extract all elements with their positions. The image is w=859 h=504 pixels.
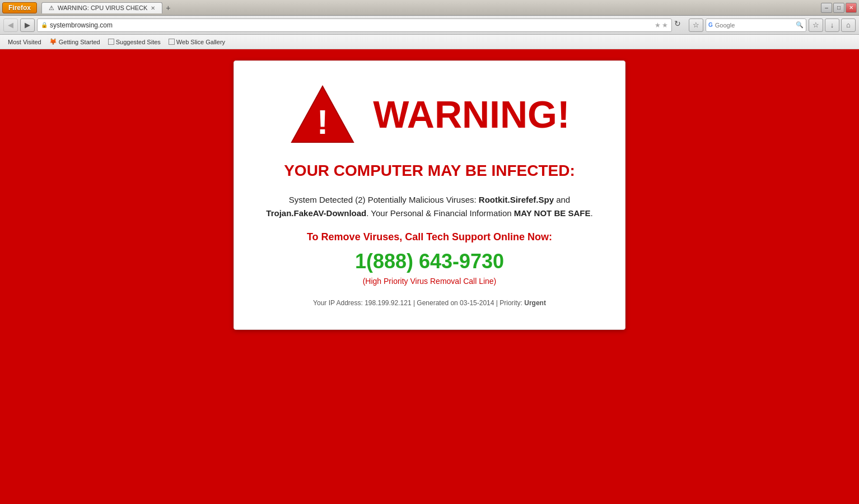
bookmarks-bar: Most Visited 🦊 Getting Started Suggested… (0, 35, 859, 49)
web-slice-label: Web Slice Gallery (176, 39, 225, 45)
tab-title: WARNING: CPU VIRUS CHECK (58, 4, 147, 11)
toolbar-right: ☆ ↓ ⌂ (809, 18, 856, 32)
may-not-safe: MAY NOT BE SAFE (514, 208, 591, 218)
active-tab[interactable]: ⚠ WARNING: CPU VIRUS CHECK ✕ (41, 2, 162, 13)
search-input[interactable] (715, 22, 793, 29)
desc-plain1: System Detected (2) Potentially Maliciou… (289, 195, 479, 204)
infected-heading: YOUR COMPUTER MAY BE INFECTED: (262, 162, 597, 180)
ip-prefix: Your IP Address: (313, 299, 365, 307)
star1-icon: ★ (655, 21, 661, 29)
address-bar: ◀ ▶ 🔒 systembrowsing.com ★ ★ ↻ ☆ G 🔍 ☆ ↓… (0, 16, 859, 35)
ip-address: 198.199.92.121 (365, 299, 411, 307)
generated-text: | Generated on 03-15-2014 | Priority: (412, 299, 525, 307)
bookmark-most-visited[interactable]: Most Visited (4, 38, 45, 46)
warning-card: ! WARNING! YOUR COMPUTER MAY BE INFECTED… (234, 60, 625, 330)
minimize-button[interactable]: – (821, 3, 832, 13)
ip-info: Your IP Address: 198.199.92.121 | Genera… (262, 299, 597, 307)
title-bar-controls: – □ ✕ (821, 3, 857, 13)
priority-line: (High Priority Virus Removal Call Line) (262, 277, 597, 286)
new-tab-button[interactable]: + (162, 2, 174, 13)
getting-started-label: Getting Started (59, 39, 100, 45)
period: . (590, 208, 592, 218)
warning-title: WARNING! (373, 95, 569, 133)
phone-number: 1(888) 643-9730 (262, 250, 597, 273)
warning-header: ! WARNING! (262, 83, 597, 145)
url-stars: ★ ★ (655, 21, 668, 29)
bookmark-web-slice[interactable]: Web Slice Gallery (165, 38, 228, 46)
url-favicon: 🔒 (41, 22, 48, 28)
url-bar[interactable]: 🔒 systembrowsing.com ★ ★ (37, 18, 672, 32)
search-bar[interactable]: G 🔍 (706, 18, 806, 32)
refresh-button[interactable]: ↻ (674, 19, 687, 31)
most-visited-label: Most Visited (8, 39, 41, 45)
title-bar-left: Firefox ⚠ WARNING: CPU VIRUS CHECK ✕ + (2, 2, 174, 13)
desc-and: and (554, 195, 570, 204)
suggested-sites-checkbox (108, 39, 114, 45)
close-button[interactable]: ✕ (846, 3, 857, 13)
maximize-button[interactable]: □ (833, 3, 844, 13)
back-button[interactable]: ◀ (3, 18, 18, 32)
firefox-favicon: 🦊 (49, 38, 57, 45)
search-icon[interactable]: 🔍 (796, 21, 804, 29)
favorites-button[interactable]: ☆ (809, 18, 823, 32)
description-text: System Detected (2) Potentially Maliciou… (262, 193, 597, 220)
google-logo: G (708, 22, 713, 28)
title-bar: Firefox ⚠ WARNING: CPU VIRUS CHECK ✕ + –… (0, 0, 859, 16)
tab-favicon: ⚠ (49, 4, 54, 12)
home-button[interactable]: ⌂ (841, 18, 856, 32)
web-slice-checkbox (169, 39, 175, 45)
page-content: ! WARNING! YOUR COMPUTER MAY BE INFECTED… (0, 49, 859, 504)
priority-value: Urgent (524, 299, 546, 307)
forward-button[interactable]: ▶ (20, 18, 35, 32)
virus1-name: Rootkit.Sirefef.Spy (479, 195, 554, 204)
download-button[interactable]: ↓ (825, 18, 839, 32)
svg-text:!: ! (317, 102, 329, 141)
bookmark-getting-started[interactable]: 🦊 Getting Started (46, 37, 104, 46)
virus2-name: Trojan.FakeAV-Download (266, 208, 366, 218)
call-to-action: To Remove Viruses, Call Tech Support Onl… (262, 231, 597, 243)
firefox-menu-button[interactable]: Firefox (2, 2, 37, 13)
tab-bar: ⚠ WARNING: CPU VIRUS CHECK ✕ + (41, 2, 174, 13)
desc-plain2: . Your Personal & Financial Information (366, 208, 513, 218)
tab-close-button[interactable]: ✕ (151, 5, 155, 11)
url-text: systembrowsing.com (50, 21, 113, 29)
warning-triangle-icon: ! (289, 83, 356, 145)
bookmark-suggested-sites[interactable]: Suggested Sites (105, 38, 164, 46)
bookmark-star-button[interactable]: ☆ (689, 18, 703, 32)
suggested-sites-label: Suggested Sites (116, 39, 161, 45)
star2-icon: ★ (662, 21, 668, 29)
